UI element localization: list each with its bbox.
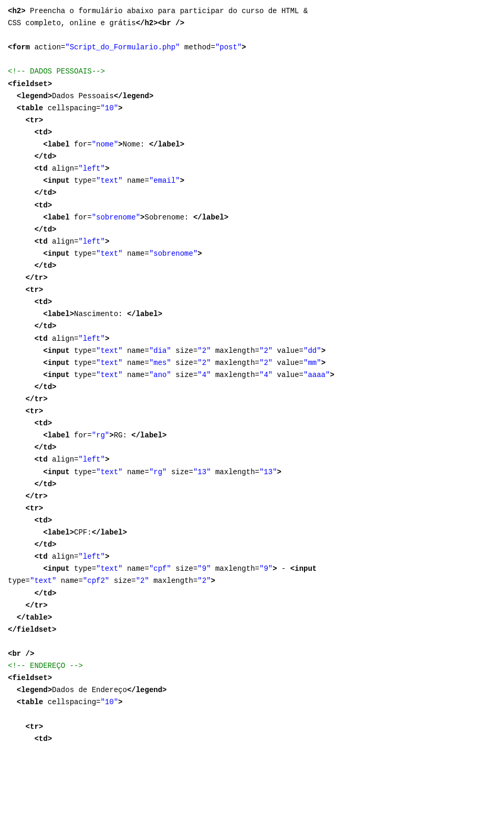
- input-ano-attrs: type="text" name="ano" size="4" maxlengt…: [70, 371, 330, 379]
- td-open-1: <td>: [34, 128, 52, 137]
- td-close-9: </td>: [34, 540, 56, 549]
- form-open: <form: [8, 43, 30, 51]
- form-action-attr: action="Script_do_Formulario.php" method…: [30, 43, 242, 51]
- td-align-5: align="left": [48, 552, 105, 561]
- td2-open-1: <td>: [34, 735, 52, 743]
- tr2-open-1: <tr>: [26, 723, 44, 731]
- tr-close-4: </tr>: [26, 601, 48, 610]
- legend2-open: <legend>: [17, 686, 52, 694]
- input-cpf-close: >: [272, 564, 277, 573]
- tr-close-1: </tr>: [26, 274, 48, 282]
- td-close-3: </td>: [34, 225, 56, 234]
- td-open-8: <td: [34, 455, 47, 464]
- label-nome-text: Nome:: [122, 140, 149, 149]
- input-ano-close: >: [330, 371, 334, 379]
- td-open-7: <td>: [34, 419, 52, 427]
- td-close-open-6: >: [105, 334, 109, 343]
- input-dia-close: >: [321, 347, 326, 355]
- br-tag-2: <br />: [8, 650, 34, 658]
- comment-endereco: <!-- ENDEREÇO -->: [8, 662, 83, 670]
- td-close-10: </td>: [34, 589, 56, 598]
- fieldset2-open: <fieldset>: [8, 674, 52, 682]
- input-cpf2-tag: <input: [290, 564, 317, 573]
- label-nome-close: </label>: [149, 140, 184, 149]
- td-align-4: align="left": [48, 455, 105, 464]
- input-rg-attrs: type="text" name="rg" size="13" maxlengt…: [70, 468, 277, 476]
- label-nome-attr: for="nome": [70, 140, 118, 149]
- legend2-text: Dados de Endereço: [52, 686, 127, 694]
- label-nascimento-close: </label>: [127, 310, 162, 318]
- label-nascimento-text: Nascimento:: [74, 310, 127, 318]
- label-sobrenome-text: Sobrenome:: [144, 213, 193, 222]
- fieldset-close: </fieldset>: [8, 625, 56, 634]
- cpf-separator: -: [277, 564, 290, 573]
- td-open-3: <td>: [34, 201, 52, 210]
- legend-text: Dados Pessoais: [52, 92, 114, 100]
- h2-text-cont: CSS completo, online e grátis: [8, 19, 136, 27]
- td-close-open-8: >: [105, 455, 109, 464]
- input-rg-close: >: [277, 468, 281, 476]
- td-close-4: </td>: [34, 262, 56, 270]
- td-close-2: </td>: [34, 189, 56, 197]
- td-open-5: <td>: [34, 298, 52, 306]
- input-ano-tag: <input: [43, 371, 69, 379]
- td-open-6: <td: [34, 334, 47, 343]
- input-sobrenome-close: >: [197, 249, 202, 258]
- td-align-1: align="left": [48, 164, 105, 173]
- input-cpf2-close: >: [211, 577, 215, 585]
- input-mes-close: >: [321, 359, 326, 367]
- tr-open-2: <tr>: [26, 286, 44, 294]
- td-open-9: <td>: [34, 516, 52, 525]
- legend-close: </legend>: [114, 92, 154, 100]
- input-email-tag: <input: [43, 176, 69, 185]
- table-close: </table>: [17, 613, 52, 622]
- code-display: <h2> Preencha o formulário abaixo para p…: [8, 5, 496, 745]
- h2-close-tag: </h2>: [136, 19, 158, 27]
- input-sobrenome-attrs: type="text" name="sobrenome": [70, 249, 198, 258]
- label-sobrenome-close: </label>: [193, 213, 228, 222]
- label-sobrenome-open: <label: [43, 213, 69, 222]
- input-cpf-attrs: type="text" name="cpf" size="9" maxlengt…: [70, 564, 273, 573]
- td-close-8: </td>: [34, 480, 56, 488]
- td-close-7: </td>: [34, 443, 56, 452]
- input-dia-attrs: type="text" name="dia" size="2" maxlengt…: [70, 347, 321, 355]
- input-cpf2-attrs: type="text" name="cpf2" size="2" maxleng…: [8, 577, 211, 585]
- td-close-open-4: >: [105, 237, 109, 246]
- td-open-2: <td: [34, 164, 47, 173]
- td-align-2: align="left": [48, 237, 105, 246]
- label-rg-open: <label: [43, 431, 69, 440]
- td-open-10: <td: [34, 552, 47, 561]
- table-open: <table: [17, 104, 43, 112]
- td-close-open-10: >: [105, 552, 109, 561]
- td-close-6: </td>: [34, 383, 56, 391]
- tr-close-3: </tr>: [26, 492, 48, 500]
- td-align-3: align="left": [48, 334, 105, 343]
- input-rg-tag: <input: [43, 468, 69, 476]
- label-cpf-close: </label>: [92, 528, 127, 537]
- label-rg-text: RG:: [114, 431, 132, 440]
- fieldset-open: <fieldset>: [8, 80, 52, 88]
- table2-open: <table: [17, 698, 43, 706]
- td-open-4: <td: [34, 237, 47, 246]
- label-rg-close-open: >: [109, 431, 113, 440]
- form-open-close: >: [242, 43, 246, 51]
- table2-close-open: >: [118, 698, 122, 706]
- tr-open-1: <tr>: [26, 116, 44, 124]
- input-sobrenome-tag: <input: [43, 249, 69, 258]
- tr-open-4: <tr>: [26, 504, 44, 513]
- legend2-close: </legend>: [127, 686, 167, 694]
- td-close-1: </td>: [34, 152, 56, 161]
- input-cpf-tag: <input: [43, 564, 69, 573]
- table-attr: cellspacing="10": [43, 104, 118, 112]
- label-nome-open: <label: [43, 140, 69, 149]
- table2-attr: cellspacing="10": [43, 698, 118, 706]
- input-mes-attrs: type="text" name="mes" size="2" maxlengt…: [70, 359, 321, 367]
- tr-open-3: <tr>: [26, 407, 44, 415]
- label-sobrenome-attr: for="sobrenome": [70, 213, 140, 222]
- h2-text: Preencha o formulário abaixo para partic…: [26, 7, 308, 15]
- label-rg-attr: for="rg": [70, 431, 110, 440]
- table-close-open: >: [118, 104, 122, 112]
- tr-close-2: </tr>: [26, 395, 48, 403]
- label-cpf-text: CPF:: [74, 528, 92, 537]
- input-email-close: >: [180, 176, 184, 185]
